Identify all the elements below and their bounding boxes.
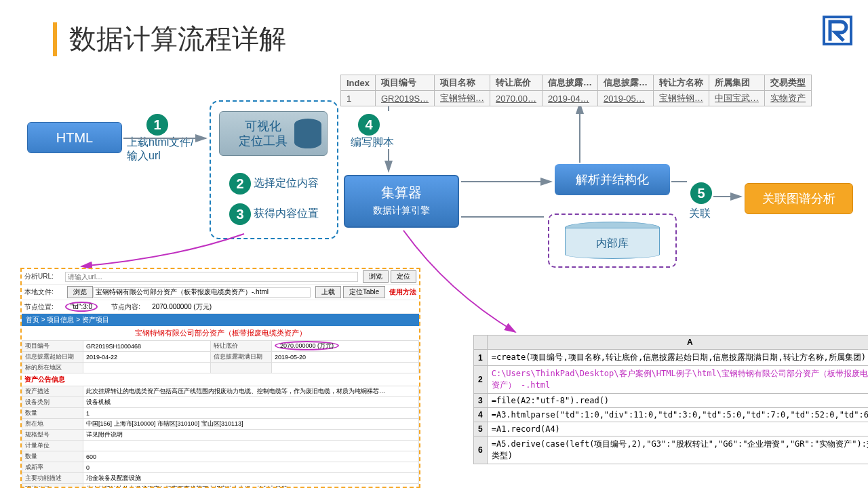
url-label: 分析URL: [24,272,65,281]
result-header: 项目名称 [435,75,490,91]
pos-value: "td":3:0 [65,302,98,312]
file-input[interactable] [93,287,311,298]
info-cell: 项目编号 [22,341,83,352]
browse-button[interactable]: 浏览 [363,270,389,283]
result-table: Index项目编号项目名称转让底价信息披露…信息披露…转让方名称所属集团交易类型… [340,75,812,106]
code-row-num: 4 [474,408,488,422]
info-key: 资产描述 [22,386,83,397]
cylinder-icon [294,119,321,148]
info-key: 数量 [22,451,83,462]
info-value: 此次挂牌转让的电缆类资产包括高压产线范围内报废动力电缆、控制电缆等… [83,484,419,489]
info-cell: 标的所在地区 [22,363,83,373]
result-header: 所属集团 [709,75,765,91]
calc-title: 集算器 [381,184,422,201]
database-icon: 内部库 [565,222,660,260]
result-header: 交易类型 [765,75,812,91]
result-cell: 宝钢特钢… [435,91,490,106]
info-table-2: 资产描述此次挂牌转让的电缆类资产包括高压产线范围内报废动力电缆、控制电缆等，作为… [22,386,419,488]
upload-button[interactable]: 上载 [315,286,341,298]
url-input[interactable] [65,272,358,282]
result-cell: 2070.00… [490,91,542,106]
info-cell: 转让底价 [210,341,271,352]
file-label: 本地文件: [24,287,65,297]
info-value [83,441,419,451]
result-cell: 中国宝武… [709,91,765,106]
info-key: 成新率 [22,462,83,473]
result-header: 项目编号 [375,75,434,91]
logo-icon [821,14,854,47]
section-header: 资产公告信息 [22,373,419,386]
info-value: 0 [83,462,419,473]
code-col-blank [474,336,488,350]
step-1-badge: 1 [146,114,168,136]
doc-title: 宝钢特钢有限公司部分资产（板带报废电缆类资产） [22,326,419,340]
title-bar: 数据计算流程详解 [53,20,286,58]
info-cell: 2019-04-22 [83,352,211,363]
locator-panel: 分析URL: 浏览 定位 本地文件: 浏览 上载 定位Table 使用方法 节点… [20,268,420,488]
info-key: 所在地 [22,419,83,430]
step-2-label: 选择定位内容 [254,176,319,190]
info-cell [271,363,418,373]
info-cell [210,363,271,373]
visual-locator-box: 可视化 定位工具 [219,111,328,156]
result-cell: 宝钢特钢… [654,91,709,106]
info-cell: GR2019SH1000468 [83,341,211,352]
internal-db-group: 内部库 [548,214,677,268]
info-value: 详见附件说明 [83,430,419,441]
info-value: 冶金装备及配套设施 [83,473,419,484]
info-value: 此次挂牌转让的电缆类资产包括高压产线范围内报废动力电缆、控制电缆等，作为废旧电缆… [83,386,419,397]
info-cell: 2070.000000 (万元) [271,341,418,352]
info-key: 现状分析 [22,484,83,489]
info-cell: 信息披露起始日期 [22,352,83,363]
code-table: A 1=create(项目编号,项目名称,转让底价,信息披露起始日期,信息披露期… [473,335,868,464]
step-4-label: 编写脚本 [351,136,394,150]
info-key: 主要功能描述 [22,473,83,484]
title-accent [53,22,57,56]
graph-analysis-box: 关联图谱分析 [745,183,853,214]
code-col-a: A [487,336,868,350]
result-cell: 实物资产 [765,91,812,106]
result-cell: 2019-05… [598,91,654,106]
code-row-num: 5 [474,422,488,436]
file-browse-button[interactable]: 浏览 [67,286,93,298]
info-key: 设备类别 [22,397,83,408]
result-header: 信息披露… [542,75,598,91]
info-cell: 信息披露期满日期 [210,352,271,363]
step-5-badge: 5 [690,182,712,204]
info-cell [83,363,211,373]
info-value: 中国[156] 上海市[310000] 市辖区[310100] 宝山区[3101… [83,419,419,430]
content-value: 2070.000000 (万元) [152,302,212,312]
info-key: 计量单位 [22,441,83,451]
result-cell: GR2019S… [375,91,434,106]
code-row-num: 6 [474,436,488,464]
step-1-label: 上载html文件/输入url [127,136,201,163]
result-header: 转让方名称 [654,75,709,91]
internal-db-label: 内部库 [596,237,629,251]
locate-table-button[interactable]: 定位Table [343,286,385,298]
pos-label: 节点位置: [24,302,65,312]
step-3-badge: 3 [229,203,251,225]
result-cell: 2019-04… [542,91,598,106]
calculator-box: 集算器 数据计算引擎 [344,175,459,228]
code-row-num: 3 [474,394,488,408]
code-row-num: 1 [474,350,488,366]
code-cell: =A3.htmlparse("td":1:0,"div":11:0,"td":3… [487,408,868,422]
info-value: 1 [83,408,419,419]
info-table-1: 项目编号GR2019SH1000468转让底价2070.000000 (万元)信… [22,340,419,373]
result-header: 转让底价 [490,75,542,91]
locate-button[interactable]: 定位 [391,270,416,283]
calc-subtitle: 数据计算引擎 [373,201,430,219]
step-3-label: 获得内容位置 [254,207,319,221]
parse-structure-box: 解析并结构化 [555,164,670,195]
page-title: 数据计算流程详解 [69,20,286,58]
code-row-num: 2 [474,366,488,394]
info-key: 规格型号 [22,430,83,441]
info-value: 设备机械 [83,397,419,408]
content-label: 节点内容: [111,302,152,312]
step-2-badge: 2 [229,173,251,195]
info-cell: 2019-05-20 [271,352,418,363]
usage-link[interactable]: 使用方法 [389,287,416,297]
code-cell: =A5.derive(case(left(项目编号,2),"G3":"股权转让"… [487,436,868,464]
step-5-label: 关联 [689,207,711,221]
result-header: 信息披露… [598,75,654,91]
